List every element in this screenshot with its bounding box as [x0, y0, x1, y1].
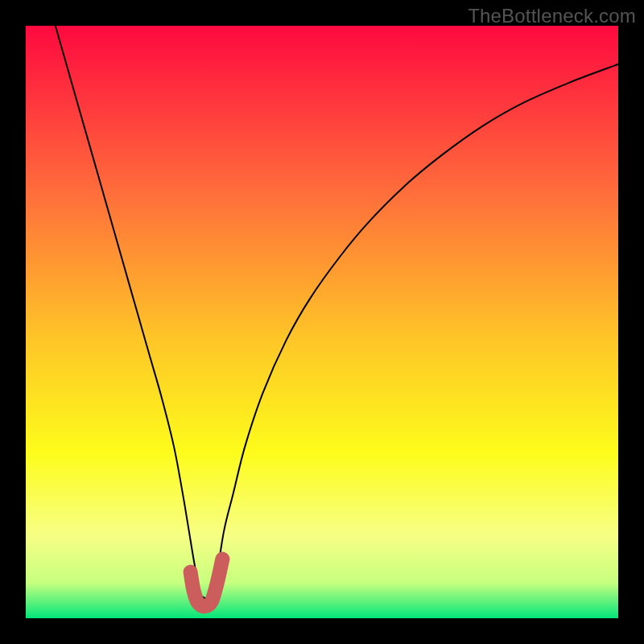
watermark-text: TheBottleneck.com: [468, 5, 636, 27]
chart-frame: TheBottleneck.com: [0, 0, 644, 644]
bottleneck-chart: [0, 0, 644, 644]
gradient-background: [26, 26, 618, 618]
